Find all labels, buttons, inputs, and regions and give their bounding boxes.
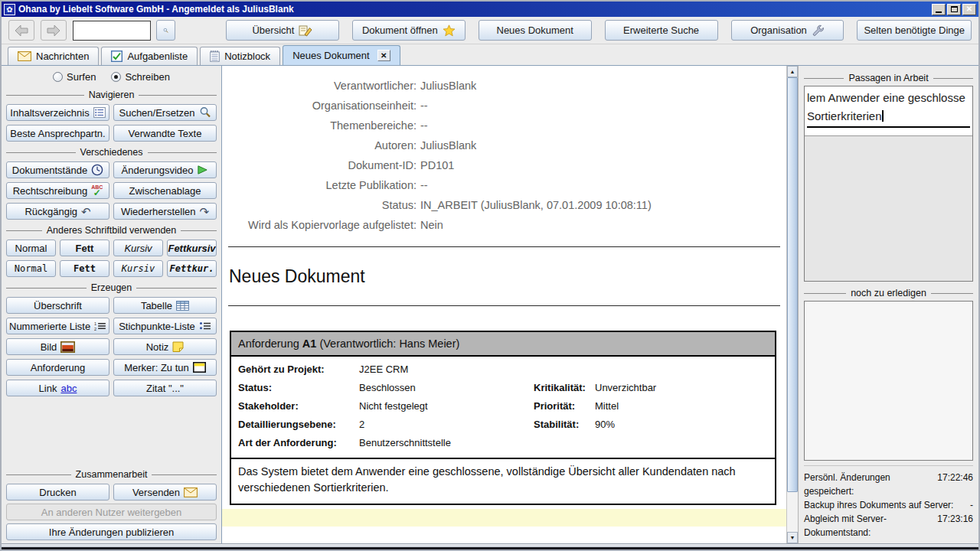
inhaltsverzeichnis-button[interactable]: Inhaltsverzeichnis: [6, 104, 109, 121]
table-icon: [176, 301, 189, 311]
field-label: [534, 363, 595, 377]
nummerierte-liste-label: Nummerierte Liste: [9, 321, 90, 332]
tabelle-label: Tabelle: [141, 300, 172, 311]
versenden-button[interactable]: Versenden: [113, 484, 217, 500]
erweiterte-suche-button[interactable]: Erweiterte Suche: [605, 20, 718, 41]
tab-notizblock[interactable]: Notizblock: [200, 47, 280, 65]
dokument-oeffnen-button[interactable]: Dokument öffnen: [352, 20, 466, 41]
suchen-ersetzen-button[interactable]: Suchen/Ersetzen: [113, 104, 217, 121]
notiz-label: Notiz: [146, 341, 169, 353]
inhaltsverzeichnis-label: Inhaltsverzeichnis: [10, 107, 89, 119]
zitat-label: Zitat "...": [146, 383, 184, 394]
minimize-button[interactable]: [932, 4, 946, 15]
minimize-icon: [936, 11, 942, 13]
mono-normal-button[interactable]: Normal: [6, 260, 56, 277]
drucken-button[interactable]: Drucken: [6, 484, 109, 500]
selten-benoetigte-dinge-button[interactable]: Selten benötigte Dinge: [857, 20, 972, 41]
meta-label: Dokument-ID:: [222, 155, 416, 175]
document-editor[interactable]: Verantwortlicher:JuliusBlank Organisatio…: [222, 66, 786, 543]
mono-kursiv-button[interactable]: Kursiv: [113, 260, 163, 277]
passagen-list: lem Anwender eine geschlosse Sortierkrit…: [804, 86, 973, 282]
maximize-button[interactable]: [947, 4, 961, 15]
field-value: 2: [359, 418, 534, 432]
scroll-up-button[interactable]: ▲: [787, 66, 798, 77]
neues-dokument-button[interactable]: Neues Dokument: [479, 20, 592, 41]
bild-button[interactable]: Bild: [6, 338, 109, 355]
tab-aufgabenliste[interactable]: Aufgabenliste: [101, 47, 198, 65]
tab-neues-dokument[interactable]: Neues Dokument ✕: [283, 45, 400, 65]
nummerierte-liste-button[interactable]: Nummerierte Liste 12: [6, 318, 109, 334]
send-envelope-icon: [184, 487, 198, 497]
ueberschrift-button[interactable]: Überschrift: [6, 297, 109, 314]
tab-notizblock-label: Notizblock: [224, 51, 270, 62]
aenderungsvideo-button[interactable]: Änderungsvideo: [113, 161, 217, 178]
rechtschreibung-button[interactable]: Rechtschreibung ABC✓: [6, 182, 109, 199]
status-row: Backup ihres Dokuments auf Server:-: [804, 498, 973, 512]
organisation-button[interactable]: Organisation: [731, 20, 844, 41]
vertical-scrollbar[interactable]: ▲ ▼: [786, 66, 798, 543]
scroll-down-button[interactable]: ▼: [787, 532, 798, 543]
tab-nachrichten[interactable]: Nachrichten: [8, 47, 99, 65]
back-button[interactable]: [8, 20, 34, 41]
edit-notes-icon: [299, 24, 312, 37]
uebersicht-button[interactable]: Übersicht: [226, 20, 339, 41]
radio-surfen[interactable]: Surfen: [53, 71, 96, 83]
status-label: Persönl. Änderungen gespeichert:: [804, 471, 934, 498]
zwischenablage-button[interactable]: Zwischenablage: [113, 182, 217, 199]
meta-value: IN_ARBEIT (JuliusBlank, 07.01.2009 10:08…: [420, 195, 652, 215]
field-label: Priorität:: [534, 399, 595, 413]
meta-label: Wird als Kopiervorlage aufgelistet:: [222, 215, 416, 235]
font-normal-button[interactable]: Normal: [6, 240, 56, 256]
dokumentstaende-label: Dokumentstände: [12, 165, 87, 176]
field-value: Beschlossen: [359, 381, 534, 395]
requirement-description[interactable]: Das System bietet dem Anwender eine gesc…: [231, 458, 775, 504]
font-fettkursiv-button[interactable]: Fettkursiv: [167, 240, 217, 256]
table-row: Gehört zu Projekt:J2EE CRM: [231, 360, 775, 379]
scrollbar-thumb[interactable]: [787, 77, 798, 492]
divider: [228, 246, 780, 247]
zitat-button[interactable]: Zitat "...": [113, 380, 217, 396]
scrollbar-track[interactable]: [787, 492, 798, 532]
anforderung-button[interactable]: Anforderung: [6, 359, 109, 376]
toolbar-buttons: Übersicht Dokument öffnen Neues Dokument…: [226, 20, 972, 41]
close-button[interactable]: ✕: [962, 4, 976, 15]
font-kursiv-button[interactable]: Kursiv: [113, 240, 163, 256]
sticky-note-icon: [172, 341, 184, 352]
status-label: Backup ihres Dokuments auf Server:: [804, 498, 953, 512]
search-button[interactable]: [156, 20, 175, 41]
erweiterte-suche-label: Erweiterte Suche: [623, 24, 699, 36]
table-row: Stakeholder:Nicht festgelegtPriorität:Mi…: [231, 397, 775, 416]
notiz-button[interactable]: Notiz: [113, 338, 217, 355]
passage-item[interactable]: lem Anwender eine geschlosse Sortierkrit…: [805, 86, 972, 136]
radio-schreiben[interactable]: Schreiben: [111, 71, 170, 83]
mono-fettkursiv-button[interactable]: Fettkur.: [167, 260, 217, 277]
mono-fettkursiv-label: Fettkur.: [170, 263, 214, 274]
search-input[interactable]: [73, 21, 151, 41]
tab-close-button[interactable]: ✕: [377, 50, 390, 61]
passage-underline: [807, 126, 970, 128]
rueckgaengig-button[interactable]: Rückgängig ↶: [6, 203, 109, 220]
bullet-list-icon: [199, 321, 211, 331]
mono-fett-button[interactable]: Fett: [60, 260, 109, 277]
meta-row: Organisationseinheit:--: [222, 96, 786, 116]
selten-label: Selten benötigte Dinge: [864, 24, 965, 36]
requirement-id: A1: [302, 337, 317, 350]
publizieren-button[interactable]: Ihre Änderungen publizieren: [6, 523, 217, 540]
field-value: Benutzerschnittstelle: [359, 436, 534, 450]
table-row: Status:BeschlossenKritikalität:Unverzich…: [231, 379, 775, 397]
merker-button[interactable]: Merker: Zu tun: [113, 359, 217, 376]
meta-label: Organisationseinheit:: [222, 96, 416, 116]
verwandte-texte-button[interactable]: Verwandte Texte: [113, 125, 217, 142]
requirement-table[interactable]: Anforderung A1 (Verantwortlich: Hans Mei…: [230, 331, 776, 505]
suchen-ersetzen-label: Suchen/Ersetzen: [119, 107, 194, 119]
forward-button[interactable]: [41, 20, 67, 41]
font-fett-button[interactable]: Fett: [60, 240, 109, 256]
link-button[interactable]: Link abc: [6, 380, 109, 396]
radio-schreiben-label: Schreiben: [125, 71, 170, 83]
stichpunkte-liste-button[interactable]: Stichpunkte-Liste: [113, 318, 217, 334]
dokumentstaende-button[interactable]: Dokumentstände: [6, 161, 109, 178]
link-label: Link: [39, 383, 57, 394]
tabelle-button[interactable]: Tabelle: [113, 297, 217, 314]
beste-ansprechpartner-button[interactable]: Beste Ansprechpartn.: [6, 125, 109, 142]
wiederherstellen-button[interactable]: Wiederherstellen ↷: [113, 203, 217, 220]
